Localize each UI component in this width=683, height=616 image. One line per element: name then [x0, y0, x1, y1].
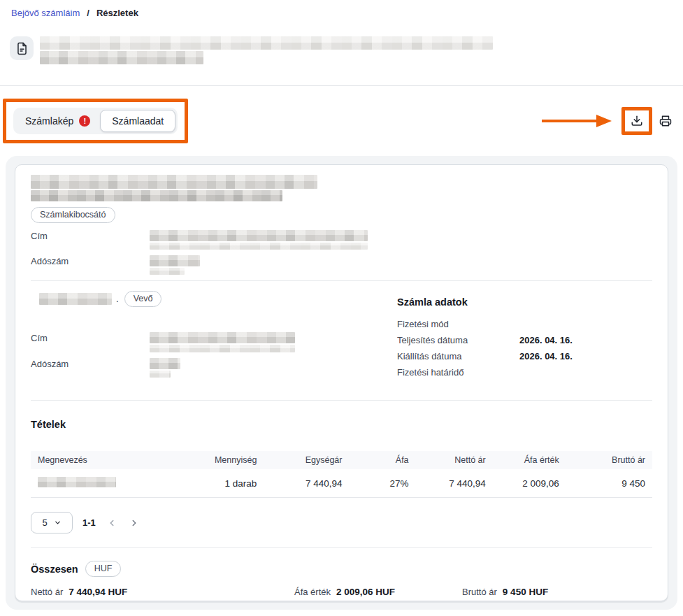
invoice-details-page: Bejövő számláim / Részletek Számlakép ! — [0, 0, 683, 616]
buyer-badge: Vevő — [124, 291, 162, 307]
page-range: 1-1 — [82, 517, 96, 528]
item-unit-price: 7 440,94 — [264, 469, 349, 498]
buyer-tax-number-row: Adószám — [31, 358, 397, 378]
col-afa: Áfa — [349, 451, 415, 469]
totals-divider — [31, 547, 652, 548]
col-netto-ar: Nettó ár — [416, 451, 493, 469]
document-icon — [10, 36, 34, 60]
breadcrumb-separator: / — [87, 8, 89, 18]
chevron-down-icon — [54, 519, 62, 527]
tab-szamlakep-label: Számlakép — [25, 115, 73, 127]
section-divider — [31, 280, 652, 281]
tab-szamlakep[interactable]: Számlakép ! — [15, 110, 100, 132]
redacted-item-name — [38, 477, 116, 487]
buyer-section: . Vevő Cím Adószám — [31, 291, 397, 383]
redacted-invoice-title — [40, 36, 493, 64]
total-vat: Áfa érték 2 009,06 HUF — [294, 587, 462, 597]
document-header — [10, 36, 683, 64]
issuer-tax-number-row: Adószám — [31, 255, 652, 275]
item-vat: 27% — [349, 469, 415, 498]
col-megnevezes: Megnevezés — [31, 451, 181, 469]
issuer-address-label: Cím — [31, 230, 150, 241]
invoice-data-card: Számlakibocsátó Cím Adószám — [15, 164, 668, 601]
pagination: 5 1-1 — [31, 512, 652, 533]
invoice-data-container: Számlakibocsátó Cím Adószám — [6, 156, 677, 610]
item-vat-value: 2 009,06 — [493, 469, 566, 498]
totals-header: Összesen HUF — [31, 561, 652, 577]
breadcrumb: Bejövő számláim / Részletek — [0, 0, 683, 18]
annotation-arrow-icon — [540, 113, 613, 129]
toolbar: Számlakép ! Számlaadat — [0, 99, 683, 143]
invoice-data-title: Számla adatok — [397, 296, 652, 308]
page-size-select[interactable]: 5 — [31, 512, 73, 533]
table-row: 1 darab 7 440,94 27% 7 440,94 2 009,06 9… — [31, 469, 652, 498]
breadcrumb-current: Részletek — [96, 8, 138, 18]
totals-title: Összesen — [31, 564, 78, 575]
col-egysegar: Egységár — [264, 451, 349, 469]
chevron-right-icon — [129, 518, 139, 528]
item-quantity: 1 darab — [181, 469, 264, 498]
col-mennyiseg: Mennyiség — [181, 451, 264, 469]
prev-page-button[interactable] — [106, 517, 118, 529]
issue-date-row: Kiállítás dátuma 2026. 04. 16. — [397, 348, 652, 364]
total-net: Nettó ár 7 440,94 HUF — [31, 587, 294, 597]
download-button[interactable] — [629, 113, 645, 129]
tabs-annotation-rectangle: Számlakép ! Számlaadat — [3, 99, 188, 143]
redacted-buyer-address — [150, 332, 295, 352]
tab-szamlaadat-label: Számlaadat — [112, 115, 164, 127]
payment-deadline-row: Fizetési határidő — [397, 364, 652, 380]
item-gross: 9 450 — [566, 469, 652, 498]
redacted-issuer-tax-number — [150, 255, 200, 275]
invoice-data-section: Számla adatok Fizetési mód Teljesítés dá… — [397, 291, 652, 383]
currency-badge: HUF — [85, 561, 122, 577]
print-icon — [659, 115, 672, 127]
redacted-title-line-1 — [40, 36, 493, 50]
buyer-name-suffix: . — [116, 294, 119, 304]
issuer-address-row: Cím — [31, 230, 652, 250]
tab-szamlaadat[interactable]: Számlaadat — [100, 110, 175, 132]
breadcrumb-link-incoming-invoices[interactable]: Bejövő számláim — [11, 8, 80, 18]
issuer-badge: Számlakibocsátó — [31, 207, 115, 223]
redacted-buyer-tax-number — [150, 358, 180, 378]
download-annotation-rectangle — [621, 107, 652, 135]
toolbar-actions — [540, 107, 673, 135]
header-divider — [0, 85, 683, 86]
col-brutto-ar: Bruttó ár — [566, 451, 652, 469]
issuer-section: Számlakibocsátó Cím Adószám — [31, 175, 652, 275]
page-size-value: 5 — [42, 517, 47, 528]
redacted-title-line-2 — [40, 51, 203, 64]
redacted-buyer-name — [39, 293, 112, 305]
tab-group: Számlakép ! Számlaadat — [13, 108, 178, 134]
total-gross: Bruttó ár 9 450 HUF — [462, 587, 652, 597]
col-afa-ertek: Áfa érték — [493, 451, 566, 469]
item-net: 7 440,94 — [416, 469, 493, 498]
chevron-left-icon — [107, 518, 117, 528]
redacted-issuer-name-line-1 — [31, 175, 317, 189]
items-table: Megnevezés Mennyiség Egységár Áfa Nettó … — [31, 451, 652, 498]
totals-row: Nettó ár 7 440,94 HUF Áfa érték 2 009,06… — [31, 587, 652, 597]
alert-icon: ! — [79, 115, 90, 127]
next-page-button[interactable] — [128, 517, 141, 529]
buyer-address-row: Cím — [31, 332, 397, 352]
items-section-title: Tételek — [31, 419, 652, 430]
buyer-address-label: Cím — [31, 332, 150, 343]
items-table-header-row: Megnevezés Mennyiség Egységár Áfa Nettó … — [31, 451, 652, 469]
download-icon — [631, 115, 643, 127]
fulfillment-date-row: Teljesítés dátuma 2026. 04. 16. — [397, 332, 652, 348]
items-divider — [31, 400, 652, 401]
issuer-tax-number-label: Adószám — [31, 255, 150, 266]
payment-method-row: Fizetési mód — [397, 316, 652, 332]
print-button[interactable] — [658, 113, 673, 129]
buyer-tax-number-label: Adószám — [31, 358, 150, 369]
redacted-issuer-name-line-2 — [31, 190, 282, 201]
redacted-issuer-address — [150, 230, 368, 250]
